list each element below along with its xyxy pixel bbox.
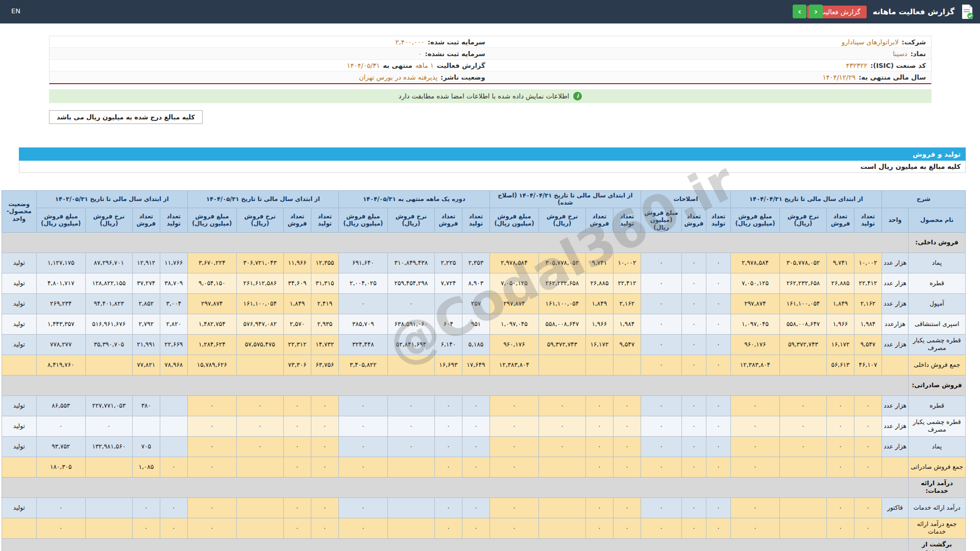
section-filler [2, 477, 908, 497]
section-row: فروش صادراتی: [2, 375, 965, 395]
value-cell: ۳,۰۰۴ [160, 293, 187, 314]
value-cell: ۰ [681, 334, 706, 355]
value-cell [779, 497, 826, 518]
value-cell: ۰ [236, 416, 283, 436]
value-cell: ۰ [132, 518, 160, 538]
value-cell: ۰ [585, 497, 613, 518]
value-cell: ۹۵۱ [462, 314, 489, 334]
value-cell: ۹۴,۴۰۱,۸۲۳ [85, 293, 132, 314]
value-cell: ۰ [641, 416, 681, 436]
value-cell: ۱۱,۷۶۶ [160, 253, 187, 273]
value-cell: ۱,۸۴۹ [585, 293, 613, 314]
status-cell [2, 355, 36, 375]
unit-cell: هزار عدد [881, 273, 908, 293]
value-cell: ۲۹۷,۸۷۴ [489, 293, 538, 314]
column-header: تعداد فروش [826, 208, 854, 232]
section-label: درآمد ارائه خدمات: [909, 477, 966, 497]
value-cell: ۰ [706, 436, 730, 457]
company-info-row: سال مالی منتهی به:۱۴۰۴/۱۲/۲۹وضعیت ناشر:پ… [50, 71, 931, 83]
value-cell [160, 395, 187, 416]
value-cell: ۰ [613, 416, 641, 436]
value-cell [538, 457, 585, 477]
value-cell: ۰ [311, 395, 338, 416]
topbar-right-group: گزارش فعالیت ماهانه گزارش فعالیت ▾ [807, 4, 974, 19]
value-cell: ۱۲,۳۸۳,۸۰۴ [489, 355, 538, 375]
info-label: منتهی به [383, 62, 412, 69]
company-info-row: کد صنعت (ISIC):۴۳۲۳۲۲گزارش فعالیت۱ ماههم… [50, 60, 931, 71]
value-cell: ۷,۰۵۰,۱۲۵ [730, 273, 779, 293]
prev-report-button[interactable]: ‹ [793, 5, 806, 18]
info-value: ۰ [418, 50, 422, 58]
value-cell: ۰ [706, 457, 730, 477]
value-cell: ۰ [706, 293, 730, 314]
value-cell: ۰ [462, 436, 489, 457]
value-cell: ۰ [641, 457, 681, 477]
value-cell [85, 457, 132, 477]
status-cell [2, 518, 36, 538]
info-value: ۱۴۰۴/۱۲/۲۹ [823, 73, 856, 81]
value-cell [779, 457, 826, 477]
value-cell: ۴۶,۱۰۷ [854, 355, 881, 375]
value-cell: ۰ [779, 436, 826, 457]
value-cell: ۷۳,۳۰۶ [283, 355, 311, 375]
value-cell: ۸۷,۲۹۶,۷۰۱ [85, 253, 132, 273]
info-label: وضعیت ناشر: [440, 73, 485, 81]
column-header: مبلغ فروش (میلیون ریال) [338, 208, 387, 232]
column-header: تعداد فروش [434, 208, 462, 232]
value-cell: ۱۴,۷۳۲ [311, 334, 338, 355]
value-cell: ۱,۰۹۷,۰۴۵ [730, 314, 779, 334]
value-cell: ۰ [706, 355, 730, 375]
info-cell-right: سال مالی منتهی به:۱۴۰۴/۱۲/۲۹ [491, 72, 932, 83]
info-value[interactable]: لابراتوارهای سینادارو [842, 38, 899, 46]
page-title: گزارش فعالیت ماهانه [873, 7, 954, 16]
product-name-cell: قطره چشمی یکبار مصرف [909, 416, 966, 436]
value-cell: ۱۶۱,۱۰۰,۰۵۴ [538, 293, 585, 314]
value-cell: ۵۷,۵۷۵,۴۷۵ [236, 334, 283, 355]
value-cell: ۰ [681, 355, 706, 375]
value-cell [160, 416, 187, 436]
value-cell: ۰ [36, 416, 85, 436]
value-cell: ۰ [283, 497, 311, 518]
value-cell: ۷,۷۲۴ [434, 273, 462, 293]
value-cell [236, 497, 283, 518]
product-name-cell: قطره چشمی یکبار مصرف [909, 334, 966, 355]
value-cell: ۱۲,۳۵۵ [311, 253, 338, 273]
value-cell: ۰ [311, 457, 338, 477]
info-value: ۱ ماهه [415, 62, 434, 69]
value-cell: ۰ [585, 457, 613, 477]
next-report-button[interactable]: › [809, 5, 823, 18]
status-cell: تولید [2, 395, 36, 416]
value-cell: ۲۲,۳۱۲ [283, 334, 311, 355]
value-cell: ۲۶۹,۲۳۴ [36, 293, 85, 314]
data-row: قطرههزار عدد۲۲,۴۱۲۲۶,۸۸۵۲۶۲,۲۳۲,۶۵۸۷,۰۵۰… [2, 273, 965, 293]
info-icon: i [573, 92, 582, 101]
value-cell [434, 293, 462, 314]
value-cell: ۲,۹۳۵ [311, 314, 338, 334]
value-cell: ۲۶۱,۶۱۲,۵۸۶ [236, 273, 283, 293]
value-cell: ۹,۷۴۱ [585, 253, 613, 273]
value-cell: ۰ [36, 497, 85, 518]
value-cell: ۰ [826, 497, 854, 518]
language-toggle[interactable]: EN [11, 7, 20, 15]
value-cell [387, 457, 434, 477]
value-cell: ۰ [681, 273, 706, 293]
value-cell: ۲,۷۹۲ [132, 314, 160, 334]
value-cell [236, 355, 283, 375]
value-cell: ۰ [826, 395, 854, 416]
value-cell: ۰ [681, 293, 706, 314]
section-label: برگشت از فروش: [909, 538, 966, 551]
value-cell: ۳۰۶,۷۲۱,۰۴۳ [236, 253, 283, 273]
value-cell: ۴,۸۰۱,۷۱۷ [36, 273, 85, 293]
value-cell [387, 518, 434, 538]
value-cell: ۱۵,۷۸۹,۶۲۶ [187, 355, 236, 375]
value-cell: ۰ [434, 416, 462, 436]
company-info-row: نماد:دسیناسرمایه ثبت نشده:۰ [50, 48, 931, 60]
value-cell: ۲,۳۵۳ [462, 253, 489, 273]
value-cell: ۰ [730, 395, 779, 416]
value-cell: ۰ [160, 457, 187, 477]
value-cell: ۲۶۲,۲۳۲,۶۵۸ [538, 273, 585, 293]
value-cell: ۰ [387, 293, 434, 314]
value-cell: ۷۸,۹۶۸ [160, 355, 187, 375]
value-cell: ۲۶,۸۸۵ [826, 273, 854, 293]
info-value[interactable]: دسینا [893, 50, 908, 58]
